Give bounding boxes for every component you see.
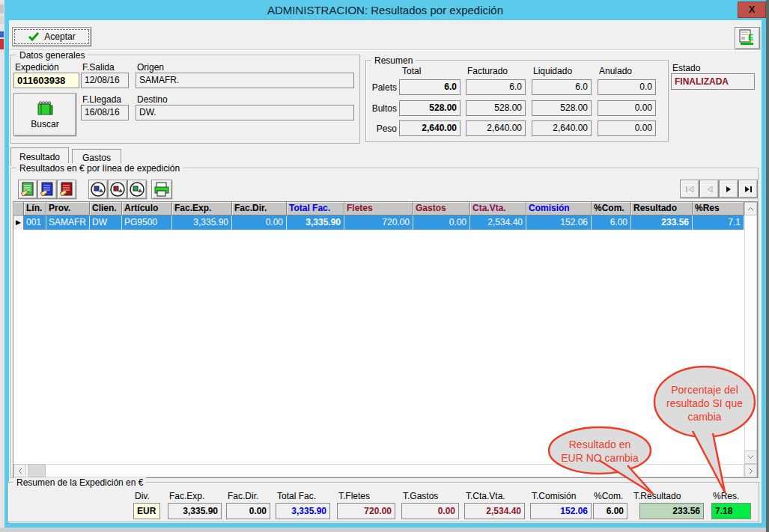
pres-total-field: 7.18: [711, 503, 751, 519]
tcomision-field: 152.06: [530, 503, 592, 519]
tresultado-label: T.Resultado: [633, 491, 681, 501]
tcomision-label: T.Comisión: [532, 491, 576, 501]
tresultado-field: 233.56: [639, 503, 704, 519]
facexp-total-field: 3,335.90: [168, 503, 222, 519]
datos-generales-legend: Datos generales: [16, 50, 88, 61]
pres-total-label: %Res.: [713, 491, 739, 501]
results-legend: Resultados en € por línea de expedición: [16, 163, 183, 174]
totalfac-total-field: 3,335.90: [276, 503, 330, 519]
tfletes-field: 720.00: [337, 503, 395, 519]
tgastos-label: T.Gastos: [403, 491, 438, 501]
tctavta-label: T.Cta.Vta.: [466, 491, 505, 501]
resumen-legend: Resumen: [371, 55, 416, 66]
tgastos-field: 0.00: [401, 503, 459, 519]
div-label: Div.: [135, 491, 150, 501]
pcom-total-label: %Com.: [594, 491, 623, 501]
totalfac-total-label: Total Fac.: [277, 491, 316, 501]
div-field[interactable]: EUR: [133, 503, 160, 519]
tctavta-field: 2,534.40: [464, 503, 525, 519]
pcom-total-field: 6.00: [593, 503, 627, 519]
screen: ADMINISTRACION: Resultados por expedició…: [0, 0, 769, 532]
tfletes-label: T.Fletes: [338, 491, 370, 501]
bottom-summary-legend: Resumen de la Expedición en €: [13, 477, 146, 488]
facexp-total-label: Fac.Exp.: [169, 491, 204, 501]
bottom-summary-section: Resumen de la Expedición en € Div. EUR F…: [0, 0, 769, 532]
facdir-total-label: Fac.Dir.: [228, 491, 258, 501]
facdir-total-field: 0.00: [226, 503, 270, 519]
